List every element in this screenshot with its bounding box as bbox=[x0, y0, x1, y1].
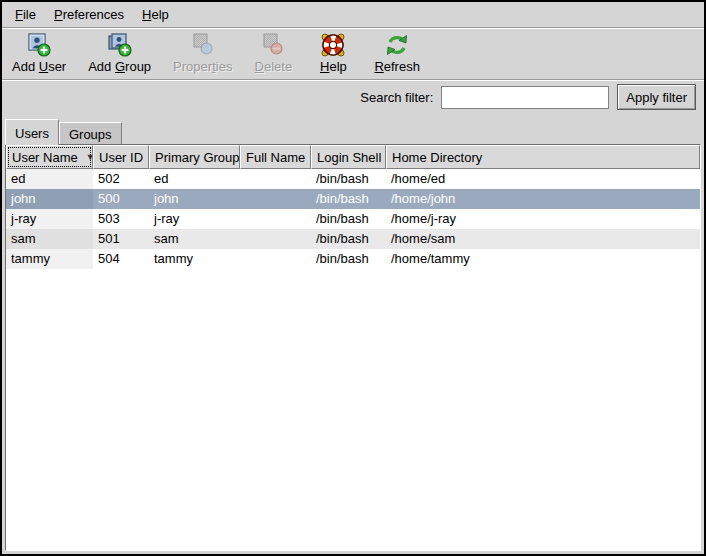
cell-login-shell: /bin/bash bbox=[311, 189, 386, 209]
cell-home-directory: /home/ed bbox=[386, 169, 700, 189]
cell-full-name bbox=[240, 209, 311, 229]
tab-row: UsersGroups bbox=[5, 117, 701, 144]
cell-login-shell: /bin/bash bbox=[311, 209, 386, 229]
help-button[interactable]: Help bbox=[310, 31, 356, 75]
refresh-button[interactable]: Refresh bbox=[370, 31, 424, 75]
cell-login-shell: /bin/bash bbox=[311, 229, 386, 249]
tab-users[interactable]: Users bbox=[5, 119, 59, 145]
add-group-icon bbox=[107, 32, 133, 58]
add-user-button[interactable]: Add User bbox=[8, 31, 70, 75]
toolbar-button-label: Add User bbox=[12, 59, 66, 74]
menu-help[interactable]: Help bbox=[133, 3, 178, 26]
menu-preferences[interactable]: Preferences bbox=[45, 3, 133, 26]
cell-user-name: john bbox=[6, 189, 93, 209]
cell-user-id: 504 bbox=[93, 249, 149, 269]
sort-arrow-icon: ▼ bbox=[86, 152, 93, 162]
apply-filter-button[interactable]: Apply filter bbox=[617, 84, 696, 110]
column-header-user-id[interactable]: User ID bbox=[93, 145, 149, 169]
user-row-sam[interactable]: sam501sam/bin/bash/home/sam bbox=[6, 229, 700, 249]
cell-user-name: tammy bbox=[6, 249, 93, 269]
cell-user-id: 501 bbox=[93, 229, 149, 249]
cell-user-name: ed bbox=[6, 169, 93, 189]
cell-user-id: 502 bbox=[93, 169, 149, 189]
cell-user-name: sam bbox=[6, 229, 93, 249]
cell-user-id: 500 bbox=[93, 189, 149, 209]
cell-login-shell: /bin/bash bbox=[311, 169, 386, 189]
help-icon bbox=[320, 32, 346, 58]
toolbar-button-label: Refresh bbox=[374, 59, 420, 74]
cell-home-directory: /home/j-ray bbox=[386, 209, 700, 229]
user-row-john[interactable]: john500john/bin/bash/home/john bbox=[6, 189, 700, 209]
user-manager-window: FilePreferencesHelp Add UserAdd GroupPro… bbox=[0, 0, 706, 556]
user-row-tammy[interactable]: tammy504tammy/bin/bash/home/tammy bbox=[6, 249, 700, 269]
cell-user-name: j-ray bbox=[6, 209, 93, 229]
menubar: FilePreferencesHelp bbox=[2, 2, 704, 28]
refresh-icon bbox=[384, 32, 410, 58]
toolbar: Add UserAdd GroupPropertiesDeleteHelpRef… bbox=[2, 28, 704, 80]
cell-user-id: 503 bbox=[93, 209, 149, 229]
cell-full-name bbox=[240, 229, 311, 249]
search-filter-label: Search filter: bbox=[360, 90, 433, 105]
column-header-user-name[interactable]: User Name▼ bbox=[6, 145, 93, 169]
cell-primary-group: sam bbox=[149, 229, 240, 249]
delete-icon bbox=[260, 32, 286, 58]
tab-groups[interactable]: Groups bbox=[59, 122, 122, 145]
column-header-label: User Name bbox=[12, 150, 78, 165]
cell-primary-group: ed bbox=[149, 169, 240, 189]
table-header: User Name▼User IDPrimary GroupFull NameL… bbox=[6, 145, 700, 169]
search-filter-row: Search filter: Apply filter bbox=[2, 80, 704, 114]
column-header-label: Primary Group bbox=[155, 150, 240, 165]
properties-icon bbox=[190, 32, 216, 58]
column-header-login-shell[interactable]: Login Shell bbox=[311, 145, 386, 169]
column-header-full-name[interactable]: Full Name bbox=[240, 145, 311, 169]
properties-button: Properties bbox=[169, 31, 236, 75]
toolbar-button-label: Delete bbox=[255, 59, 293, 74]
delete-button: Delete bbox=[250, 31, 296, 75]
user-row-j-ray[interactable]: j-ray503j-ray/bin/bash/home/j-ray bbox=[6, 209, 700, 229]
table-body: ed502ed/bin/bash/home/edjohn500john/bin/… bbox=[6, 169, 700, 550]
column-header-label: Login Shell bbox=[317, 150, 381, 165]
cell-home-directory: /home/tammy bbox=[386, 249, 700, 269]
search-filter-input[interactable] bbox=[441, 86, 609, 109]
toolbar-button-label: Add Group bbox=[88, 59, 151, 74]
column-header-label: Full Name bbox=[246, 150, 305, 165]
column-header-label: User ID bbox=[99, 150, 143, 165]
users-table: User Name▼User IDPrimary GroupFull NameL… bbox=[5, 144, 701, 551]
cell-home-directory: /home/john bbox=[386, 189, 700, 209]
user-row-ed[interactable]: ed502ed/bin/bash/home/ed bbox=[6, 169, 700, 189]
cell-login-shell: /bin/bash bbox=[311, 249, 386, 269]
column-header-primary-group[interactable]: Primary Group bbox=[149, 145, 240, 169]
cell-primary-group: j-ray bbox=[149, 209, 240, 229]
column-header-label: Home Directory bbox=[392, 150, 482, 165]
cell-primary-group: john bbox=[149, 189, 240, 209]
cell-home-directory: /home/sam bbox=[386, 229, 700, 249]
cell-primary-group: tammy bbox=[149, 249, 240, 269]
notebook: UsersGroups User Name▼User IDPrimary Gro… bbox=[2, 114, 704, 554]
menu-file[interactable]: File bbox=[6, 3, 45, 26]
toolbar-button-label: Help bbox=[320, 59, 347, 74]
column-header-home-directory[interactable]: Home Directory bbox=[386, 145, 700, 169]
cell-full-name bbox=[240, 189, 311, 209]
cell-full-name bbox=[240, 249, 311, 269]
cell-full-name bbox=[240, 169, 311, 189]
toolbar-button-label: Properties bbox=[173, 59, 232, 74]
add-user-icon bbox=[26, 32, 52, 58]
add-group-button[interactable]: Add Group bbox=[84, 31, 155, 75]
